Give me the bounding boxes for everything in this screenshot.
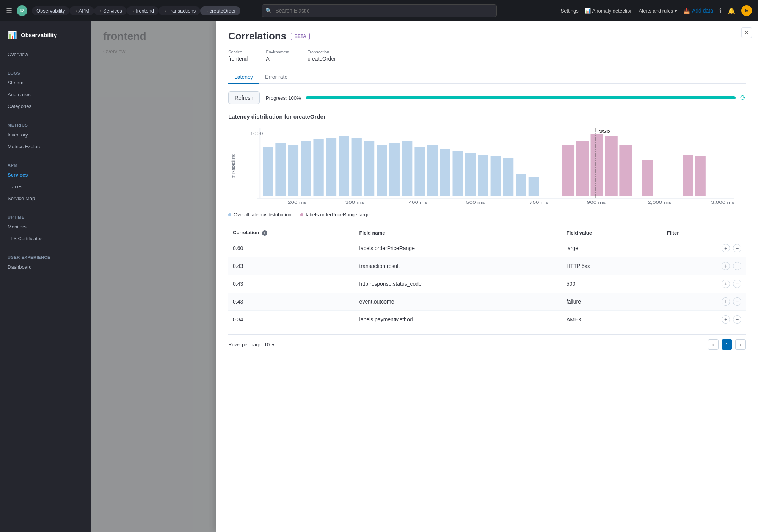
anomaly-icon: 📊	[585, 8, 591, 14]
sidebar-item-inventory[interactable]: Inventory	[0, 129, 91, 141]
svg-rect-5	[301, 141, 311, 196]
beta-badge: BETA	[291, 33, 310, 40]
correlation-info-icon[interactable]: i	[262, 230, 267, 236]
tab-latency[interactable]: Latency	[228, 71, 259, 84]
col-correlation: Correlation i	[228, 227, 355, 239]
filter-include-1[interactable]: +	[722, 244, 730, 252]
svg-text:900 ms: 900 ms	[587, 200, 606, 205]
svg-rect-15	[427, 145, 438, 196]
cell-field-value-2: HTTP 5xx	[562, 257, 662, 275]
svg-text:200 ms: 200 ms	[288, 200, 307, 205]
tab-error-rate[interactable]: Error rate	[259, 71, 293, 84]
cell-correlation-4: 0.43	[228, 293, 355, 311]
sidebar-metrics-section: Metrics Inventory Metrics Explorer	[0, 115, 91, 155]
filter-exclude-1[interactable]: −	[733, 244, 741, 252]
search-bar: 🔍	[262, 4, 497, 17]
legend-label-overall: Overall latency distribution	[234, 212, 291, 217]
alerts-rules-link[interactable]: Alerts and rules ▾	[639, 8, 677, 14]
legend-dot-overall	[228, 213, 231, 216]
col-filter: Filter	[662, 227, 746, 239]
svg-rect-21	[503, 158, 513, 196]
notifications-icon[interactable]: 🔔	[728, 7, 735, 14]
filter-exclude-4[interactable]: −	[733, 297, 741, 306]
rows-per-page-label: Rows per page: 10	[228, 342, 270, 347]
page-1-button[interactable]: 1	[722, 339, 732, 350]
page-prev-button[interactable]: ‹	[708, 339, 719, 350]
filter-exclude-2[interactable]: −	[733, 262, 741, 270]
chart-container: # transactions 1000	[228, 124, 746, 209]
svg-rect-26	[591, 134, 603, 196]
rows-per-page-chevron: ▾	[272, 342, 275, 347]
breadcrumb-observability[interactable]: Observability	[32, 6, 69, 15]
sidebar-item-stream[interactable]: Stream	[0, 77, 91, 89]
breadcrumb-services[interactable]: Services	[94, 6, 127, 15]
progress-area: Refresh Progress: 100% ⟳	[228, 91, 746, 104]
breadcrumb-apm[interactable]: APM	[69, 6, 94, 15]
svg-rect-28	[619, 145, 632, 196]
filter-exclude-5[interactable]: −	[733, 315, 741, 324]
modal-close-button[interactable]: ✕	[741, 27, 752, 38]
sidebar-item-tls-certificates[interactable]: TLS Certificates	[0, 233, 91, 244]
breadcrumb-frontend[interactable]: frontend	[127, 6, 159, 15]
filter-include-2[interactable]: +	[722, 262, 730, 270]
search-input[interactable]	[262, 4, 497, 17]
refresh-button[interactable]: Refresh	[228, 91, 260, 104]
cell-field-value-1: large	[562, 239, 662, 257]
cell-field-name-1: labels.orderPriceRange	[355, 239, 562, 257]
table-row: 0.43 http.response.status_code 500 + −	[228, 275, 746, 293]
modal-header: Correlations BETA	[228, 30, 746, 42]
sidebar-item-traces[interactable]: Traces	[0, 181, 91, 192]
cell-field-value-3: 500	[562, 275, 662, 293]
chart-legend: Overall latency distribution labels.orde…	[228, 212, 746, 217]
svg-text:3,000 ms: 3,000 ms	[711, 200, 734, 205]
sidebar-ux-section: User Experience Dashboard	[0, 247, 91, 276]
sidebar-item-categories[interactable]: Categories	[0, 100, 91, 112]
user-avatar[interactable]: E	[741, 5, 752, 16]
legend-large: labels.orderPriceRange:large	[300, 212, 369, 217]
sidebar-item-service-map[interactable]: Service Map	[0, 192, 91, 204]
help-icon[interactable]: ℹ	[719, 7, 722, 14]
sidebar-item-services[interactable]: Services	[0, 169, 91, 181]
progress-text: Progress: 100%	[266, 95, 301, 101]
rows-per-page-selector[interactable]: Rows per page: 10 ▾	[228, 342, 275, 347]
service-value: frontend	[228, 56, 248, 62]
sidebar-item-monitors[interactable]: Monitors	[0, 221, 91, 233]
cell-field-value-5: AMEX	[562, 311, 662, 329]
add-data-icon: 📥	[683, 8, 690, 14]
svg-rect-7	[326, 138, 336, 196]
sidebar-brand: 📊 Observability	[0, 27, 91, 45]
filter-exclude-3[interactable]: −	[733, 280, 741, 288]
page-next-button[interactable]: ›	[735, 339, 746, 350]
anomaly-detection-link[interactable]: 📊 Anomaly detection	[585, 8, 633, 14]
svg-rect-27	[605, 136, 617, 196]
breadcrumb-transactions[interactable]: Transactions	[159, 6, 200, 15]
cell-correlation-1: 0.60	[228, 239, 355, 257]
svg-rect-6	[313, 139, 323, 196]
chart-section: Latency distribution for createOrder # t…	[228, 113, 746, 217]
breadcrumb-createorder[interactable]: createOrder	[200, 6, 240, 15]
filter-include-3[interactable]: +	[722, 280, 730, 288]
hamburger-icon[interactable]: ☰	[6, 6, 12, 15]
sidebar-group-metrics: Metrics	[0, 118, 91, 129]
filter-include-4[interactable]: +	[722, 297, 730, 306]
filter-include-5[interactable]: +	[722, 315, 730, 324]
filter-icons-1: + −	[667, 244, 741, 252]
svg-rect-12	[389, 143, 400, 196]
modal-overlay: ✕ Correlations BETA Service frontend Env…	[91, 21, 758, 532]
svg-rect-19	[478, 155, 488, 196]
sidebar-item-overview[interactable]: Overview	[0, 49, 91, 60]
sidebar-logs-section: Logs Stream Anomalies Categories	[0, 63, 91, 115]
svg-text:300 ms: 300 ms	[345, 200, 364, 205]
chevron-down-icon: ▾	[675, 8, 677, 14]
progress-bar-track	[306, 96, 736, 99]
legend-overall: Overall latency distribution	[228, 212, 291, 217]
add-data-button[interactable]: 📥 Add data	[683, 8, 713, 14]
refresh-progress-icon[interactable]: ⟳	[740, 94, 746, 102]
sidebar-item-dashboard[interactable]: Dashboard	[0, 261, 91, 273]
sidebar-item-metrics-explorer[interactable]: Metrics Explorer	[0, 141, 91, 152]
workspace-avatar[interactable]: D	[17, 5, 27, 16]
settings-link[interactable]: Settings	[561, 8, 579, 14]
progress-wrapper: Progress: 100% ⟳	[266, 94, 746, 102]
sidebar-item-anomalies[interactable]: Anomalies	[0, 89, 91, 100]
svg-rect-3	[275, 143, 286, 196]
